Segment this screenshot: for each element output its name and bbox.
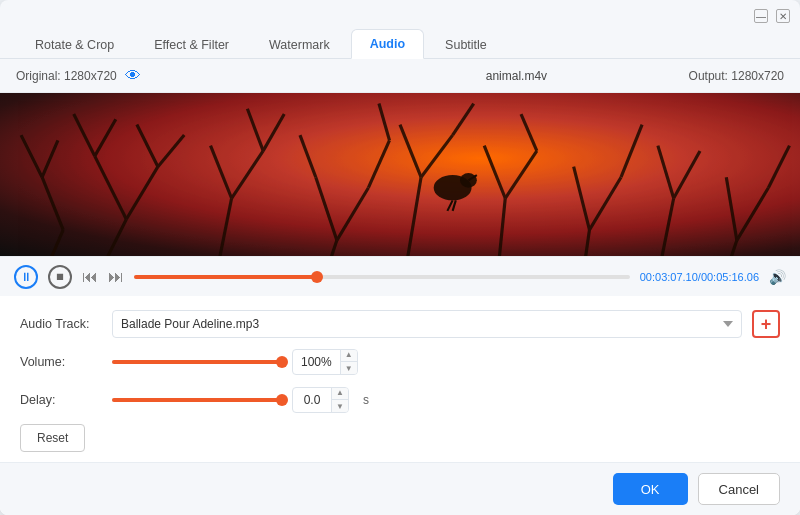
volume-up-button[interactable]: ▲ bbox=[341, 349, 357, 362]
svg-line-6 bbox=[95, 119, 116, 156]
svg-line-4 bbox=[158, 135, 184, 167]
svg-line-31 bbox=[574, 167, 590, 230]
volume-value-box: 100% ▲ ▼ bbox=[292, 349, 358, 375]
svg-line-18 bbox=[337, 188, 369, 241]
delay-up-button[interactable]: ▲ bbox=[332, 387, 348, 400]
svg-line-3 bbox=[137, 125, 158, 167]
volume-row: Volume: 100% ▲ ▼ bbox=[20, 348, 780, 376]
volume-slider[interactable] bbox=[112, 360, 282, 364]
svg-line-0 bbox=[84, 219, 126, 256]
delay-down-button[interactable]: ▼ bbox=[332, 400, 348, 413]
skip-back-button[interactable]: ⏮ bbox=[82, 268, 98, 286]
svg-line-14 bbox=[247, 109, 263, 151]
svg-line-23 bbox=[400, 125, 421, 178]
volume-icon[interactable]: 🔊 bbox=[769, 269, 786, 285]
tabs-bar: Rotate & Crop Effect & Filter Watermark … bbox=[0, 28, 800, 59]
svg-line-30 bbox=[579, 230, 590, 256]
volume-thumb bbox=[276, 356, 288, 368]
tab-audio[interactable]: Audio bbox=[351, 29, 424, 59]
svg-line-33 bbox=[621, 125, 642, 178]
skip-forward-button[interactable]: ⏭ bbox=[108, 268, 124, 286]
svg-line-15 bbox=[263, 114, 284, 151]
cancel-button[interactable]: Cancel bbox=[698, 473, 780, 505]
svg-line-16 bbox=[316, 240, 337, 256]
volume-down-button[interactable]: ▼ bbox=[341, 362, 357, 375]
controls-panel: Audio Track: Ballade Pour Adeline.mp3 + … bbox=[0, 296, 800, 462]
svg-line-40 bbox=[768, 146, 789, 188]
eye-icon[interactable]: 👁 bbox=[125, 67, 141, 85]
volume-spinners: ▲ ▼ bbox=[340, 349, 357, 375]
delay-value-box: 0.0 ▲ ▼ bbox=[292, 387, 349, 413]
svg-line-19 bbox=[300, 135, 316, 177]
delay-slider[interactable] bbox=[112, 398, 282, 402]
video-preview bbox=[0, 93, 800, 256]
tab-effect[interactable]: Effect & Filter bbox=[135, 30, 248, 59]
delay-unit: s bbox=[363, 393, 369, 407]
svg-line-24 bbox=[421, 135, 453, 177]
delay-spinners: ▲ ▼ bbox=[331, 387, 348, 413]
add-audio-button[interactable]: + bbox=[752, 310, 780, 338]
svg-line-26 bbox=[495, 198, 506, 256]
video-background bbox=[0, 93, 800, 256]
tab-watermark[interactable]: Watermark bbox=[250, 30, 349, 59]
pause-button[interactable]: ⏸ bbox=[14, 265, 38, 289]
audio-track-label: Audio Track: bbox=[20, 317, 102, 331]
svg-line-20 bbox=[368, 140, 389, 187]
svg-line-25 bbox=[453, 104, 474, 136]
svg-line-11 bbox=[211, 198, 232, 256]
svg-line-45 bbox=[453, 200, 456, 211]
svg-line-5 bbox=[74, 114, 95, 156]
svg-line-27 bbox=[484, 146, 505, 199]
info-bar: Original: 1280x720 👁 animal.m4v Output: … bbox=[0, 59, 800, 93]
delay-label: Delay: bbox=[20, 393, 102, 407]
volume-fill bbox=[112, 360, 282, 364]
audio-track-select[interactable]: Ballade Pour Adeline.mp3 bbox=[112, 310, 742, 338]
tab-subtitle[interactable]: Subtitle bbox=[426, 30, 506, 59]
delay-thumb bbox=[276, 394, 288, 406]
app-window: — ✕ Rotate & Crop Effect & Filter Waterm… bbox=[0, 0, 800, 515]
bottom-bar: OK Cancel bbox=[0, 462, 800, 515]
svg-line-17 bbox=[316, 177, 337, 240]
info-left: Original: 1280x720 👁 bbox=[16, 67, 344, 85]
svg-line-8 bbox=[42, 177, 63, 230]
svg-line-39 bbox=[737, 188, 769, 241]
svg-line-1 bbox=[95, 156, 127, 219]
reset-button[interactable]: Reset bbox=[20, 424, 85, 452]
svg-line-21 bbox=[379, 104, 390, 141]
svg-line-28 bbox=[505, 151, 537, 198]
svg-line-2 bbox=[126, 167, 158, 220]
svg-line-37 bbox=[716, 240, 737, 256]
delay-fill bbox=[112, 398, 282, 402]
progress-thumb bbox=[311, 271, 323, 283]
svg-line-22 bbox=[400, 177, 421, 256]
svg-line-35 bbox=[658, 146, 674, 199]
time-display: 00:03:07.10/00:05:16.06 bbox=[640, 271, 759, 283]
video-overlay bbox=[0, 93, 800, 256]
svg-line-10 bbox=[42, 140, 58, 177]
reset-row: Reset bbox=[20, 424, 780, 452]
progress-track[interactable] bbox=[134, 275, 630, 279]
svg-line-44 bbox=[447, 200, 452, 211]
video-area bbox=[0, 93, 800, 256]
audio-track-row: Audio Track: Ballade Pour Adeline.mp3 + bbox=[20, 310, 780, 338]
svg-line-9 bbox=[21, 135, 42, 177]
filename-label: animal.m4v bbox=[352, 69, 680, 83]
main-content: Original: 1280x720 👁 animal.m4v Output: … bbox=[0, 59, 800, 515]
delay-row: Delay: 0.0 ▲ ▼ s bbox=[20, 386, 780, 414]
volume-label: Volume: bbox=[20, 355, 102, 369]
original-resolution: Original: 1280x720 bbox=[16, 69, 117, 83]
svg-line-7 bbox=[32, 230, 64, 256]
playback-bar: ⏸ ⏹ ⏮ ⏭ 00:03:07.10/00:05:16.06 🔊 bbox=[0, 256, 800, 296]
title-bar: — ✕ bbox=[0, 0, 800, 28]
volume-value: 100% bbox=[293, 355, 340, 369]
svg-line-36 bbox=[674, 151, 700, 198]
close-button[interactable]: ✕ bbox=[776, 9, 790, 23]
minimize-button[interactable]: — bbox=[754, 9, 768, 23]
ok-button[interactable]: OK bbox=[613, 473, 688, 505]
delay-value: 0.0 bbox=[293, 393, 331, 407]
stop-button[interactable]: ⏹ bbox=[48, 265, 72, 289]
tab-rotate[interactable]: Rotate & Crop bbox=[16, 30, 133, 59]
svg-line-38 bbox=[726, 177, 737, 240]
svg-line-29 bbox=[521, 114, 537, 151]
progress-fill bbox=[134, 275, 317, 279]
